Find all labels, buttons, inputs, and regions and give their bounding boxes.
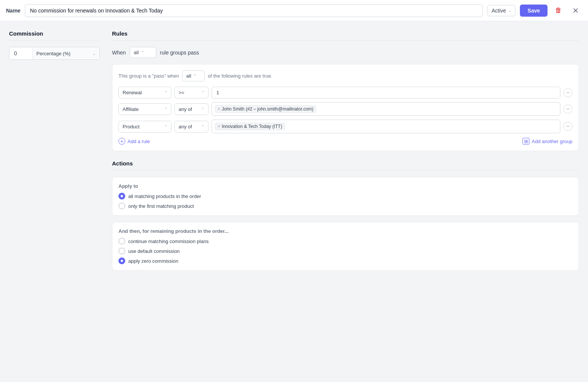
top-bar: Name Active ⌄ Save 🗑 ✕ — [0, 0, 588, 21]
rule3-field-label: Product — [123, 124, 140, 129]
radio-continue-option[interactable]: continue matching commission plans — [118, 238, 572, 245]
rule1-remove-icon: − — [566, 90, 569, 96]
group-footer: + Add a rule ⊞ Add another group — [118, 138, 572, 145]
name-label: Name — [6, 8, 20, 14]
rule3-field-chevron-icon: ⌃ — [164, 125, 167, 129]
radio-first-label: only the first matching product — [128, 203, 194, 209]
group-pass-prefix: This group is a "pass" when — [118, 73, 179, 79]
actions-section-title: Actions — [112, 160, 579, 171]
rule1-field-select[interactable]: Renewal ⌃ — [118, 87, 171, 98]
rule3-tag: × Innovation & Tech Today (ITT) — [215, 123, 285, 130]
rule1-field-chevron-icon: ⌃ — [164, 90, 167, 95]
actions-section: Actions Apply to all matching products i… — [112, 160, 579, 271]
save-button[interactable]: Save — [520, 5, 548, 17]
commission-type-label: Percentage (%) — [36, 51, 70, 56]
add-group-label: Add another group — [532, 139, 572, 144]
remaining-label: And then, for remaining products in the … — [118, 228, 572, 234]
rule2-tag-input[interactable]: × John Smith (#2 – john.smith@mailinator… — [212, 102, 560, 116]
commission-value-input[interactable] — [9, 47, 32, 59]
add-rule-plus-icon: + — [118, 138, 125, 145]
rule2-op-chevron-icon: ⌃ — [201, 107, 204, 111]
radio-zero-circle[interactable] — [118, 257, 125, 264]
radio-default-option[interactable]: use default commission — [118, 248, 572, 254]
radio-default-circle[interactable] — [118, 248, 125, 254]
when-value: all — [134, 50, 139, 55]
rule3-tag-remove-icon[interactable]: × — [218, 124, 220, 129]
group-pass-value: all — [186, 73, 191, 79]
rule2-tag-label: John Smith (#2 – john.smith@mailinator.c… — [222, 106, 313, 112]
add-group-icon: ⊞ — [523, 138, 529, 145]
rule2-remove-button[interactable]: − — [563, 104, 572, 114]
rule3-op-chevron-icon: ⌃ — [201, 125, 204, 129]
rule2-field-chevron-icon: ⌃ — [164, 107, 167, 111]
main-content: Commission Percentage (%) ⌄ Rules When a… — [0, 21, 588, 286]
radio-first-option[interactable]: only the first matching product — [118, 203, 572, 209]
radio-zero-label: apply zero commission — [128, 258, 178, 264]
rule2-field-label: Affiliate — [123, 106, 138, 112]
rule1-op-chevron-icon: ⌃ — [201, 90, 204, 95]
rule1-remove-button[interactable]: − — [563, 88, 572, 97]
trash-icon: 🗑 — [555, 6, 562, 14]
radio-continue-circle[interactable] — [118, 238, 125, 245]
delete-button[interactable]: 🗑 — [552, 5, 565, 16]
commission-section-title: Commission — [9, 30, 100, 41]
rule1-value-input[interactable] — [212, 87, 560, 98]
rule2-op-select[interactable]: any of ⌃ — [174, 103, 208, 115]
rule-name-input[interactable] — [25, 4, 483, 17]
radio-all-label: all matching products in the order — [128, 193, 201, 199]
rule3-tag-input[interactable]: × Innovation & Tech Today (ITT) — [212, 120, 560, 133]
rule-groups-pass-label: rule groups pass — [160, 50, 199, 56]
rule1-field-label: Renewal — [123, 90, 142, 95]
rule3-tag-label: Innovation & Tech Today (ITT) — [222, 124, 282, 129]
when-chevron-icon: ⌃ — [141, 50, 144, 55]
when-label: When — [112, 50, 126, 56]
commission-type-select[interactable]: Percentage (%) ⌄ — [32, 48, 100, 59]
commission-panel: Commission Percentage (%) ⌄ — [9, 30, 100, 277]
radio-continue-label: continue matching commission plans — [128, 239, 208, 244]
right-panel: Rules When all ⌃ rule groups pass This g… — [112, 30, 579, 277]
add-rule-label: Add a rule — [128, 139, 150, 144]
radio-zero-option[interactable]: apply zero commission — [118, 257, 572, 264]
radio-first-circle[interactable] — [118, 203, 125, 209]
when-select[interactable]: all ⌃ — [130, 47, 156, 58]
group-header: This group is a "pass" when all ⌃ of the… — [118, 70, 572, 81]
add-rule-button[interactable]: + Add a rule — [118, 138, 150, 145]
rule3-field-select[interactable]: Product ⌃ — [118, 121, 171, 133]
commission-type-chevron-icon: ⌄ — [93, 51, 96, 56]
status-label: Active — [492, 8, 506, 14]
rule2-op-label: any of — [179, 106, 192, 112]
rule-group-card: This group is a "pass" when all ⌃ of the… — [112, 64, 579, 151]
radio-all-circle[interactable] — [118, 193, 125, 200]
rules-section-title: Rules — [112, 30, 579, 41]
radio-default-label: use default commission — [128, 248, 180, 254]
radio-all-option[interactable]: all matching products in the order — [118, 193, 572, 200]
rule-row-renewal: Renewal ⌃ >= ⌃ − — [118, 87, 572, 98]
rule2-remove-icon: − — [566, 106, 569, 112]
group-pass-select[interactable]: all ⌃ — [182, 70, 205, 81]
apply-to-card: Apply to all matching products in the or… — [112, 177, 579, 216]
rule2-tag: × John Smith (#2 – john.smith@mailinator… — [215, 105, 316, 113]
remaining-card: And then, for remaining products in the … — [112, 222, 579, 271]
rule3-op-label: any of — [179, 124, 192, 129]
group-pass-suffix: of the following rules are true. — [208, 73, 272, 79]
apply-to-label: Apply to — [118, 183, 572, 189]
status-chevron-icon: ⌄ — [508, 8, 511, 12]
status-dropdown[interactable]: Active ⌄ — [487, 5, 515, 16]
rules-section: Rules When all ⌃ rule groups pass This g… — [112, 30, 579, 151]
rule-row-product: Product ⌃ any of ⌃ × Innovation & Tech T… — [118, 120, 572, 133]
rule3-remove-icon: − — [566, 123, 569, 129]
close-icon: ✕ — [572, 6, 579, 15]
rule2-tag-remove-icon[interactable]: × — [218, 107, 220, 111]
rule1-op-label: >= — [179, 90, 184, 95]
when-row: When all ⌃ rule groups pass — [112, 47, 579, 58]
rule2-field-select[interactable]: Affiliate ⌃ — [118, 103, 171, 115]
commission-group: Percentage (%) ⌄ — [9, 47, 100, 60]
group-pass-chevron-icon: ⌃ — [193, 74, 196, 78]
rule-row-affiliate: Affiliate ⌃ any of ⌃ × John Smith (#2 – … — [118, 102, 572, 116]
add-group-button[interactable]: ⊞ Add another group — [523, 138, 572, 145]
rule3-remove-button[interactable]: − — [563, 122, 572, 131]
close-button[interactable]: ✕ — [569, 5, 582, 17]
rule1-op-select[interactable]: >= ⌃ — [174, 87, 208, 98]
rule3-op-select[interactable]: any of ⌃ — [174, 121, 208, 133]
